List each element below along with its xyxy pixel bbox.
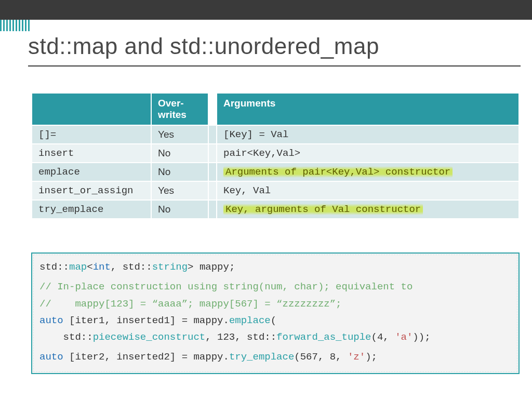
table-body: []= Yes [Key] = Val insert No pair<Key,V… [32,125,519,219]
cell-arguments: Key, Val [217,181,519,200]
cell-method: insert [32,144,151,163]
cell-overwrites: Yes [151,181,208,200]
code-line-6: auto [iter2, inserted2] = mappy.try_empl… [39,349,511,365]
code-line-2: // In-place construction using string(nu… [39,278,511,295]
highlight: Arguments of pair<Key,Val> constructor [223,166,453,178]
cell-overwrites: No [151,200,208,219]
cell-spacer [208,163,217,181]
code-line-3: // mappy[123] = “aaaa”; mappy[567] = “zz… [39,296,511,312]
slide: std::map and std::unordered_map Over- wr… [0,0,532,399]
cell-overwrites: No [151,144,208,163]
col-spacer [208,93,217,125]
cell-arguments: Arguments of pair<Key,Val> constructor [217,163,519,181]
cell-arguments: [Key] = Val [217,125,519,144]
cell-method: insert_or_assign [32,181,151,200]
table-row: insert No pair<Key,Val> [32,144,519,163]
title-rule [28,65,521,66]
cell-method: try_emplace [32,200,151,219]
highlight: Key, arguments of Val constructor [223,204,423,215]
cell-overwrites: Yes [151,125,208,144]
cell-spacer [208,125,217,144]
top-bar [0,0,532,20]
table-row: insert_or_assign Yes Key, Val [32,181,519,200]
code-box: std::map<int, std::string> mappy; // In-… [31,252,520,374]
cell-arguments: pair<Key,Val> [217,144,519,163]
cell-method: []= [32,125,151,144]
code-line-1: std::map<int, std::string> mappy; [39,259,511,275]
col-method [32,93,151,125]
slide-title: std::map and std::unordered_map [28,33,521,62]
cell-method: emplace [32,163,151,181]
cell-spacer [208,144,217,163]
code-line-4: auto [iter1, inserted1] = mappy.emplace( [39,312,511,329]
title-area: std::map and std::unordered_map [28,33,521,66]
code-line-5: std::piecewise_construct, 123, std::forw… [39,329,511,345]
cell-spacer [208,181,217,200]
col-overwrites: Over- writes [151,93,208,125]
cell-overwrites: No [151,163,208,181]
table-row: try_emplace No Key, arguments of Val con… [32,200,519,219]
cell-spacer [208,200,217,219]
cell-arguments: Key, arguments of Val constructor [217,200,519,219]
table-row: []= Yes [Key] = Val [32,125,519,144]
table-header-row: Over- writes Arguments [32,93,519,125]
accent-strip [0,20,31,31]
col-arguments: Arguments [217,93,519,125]
methods-table: Over- writes Arguments []= Yes [Key] = V… [31,92,520,219]
table-row: emplace No Arguments of pair<Key,Val> co… [32,163,519,181]
